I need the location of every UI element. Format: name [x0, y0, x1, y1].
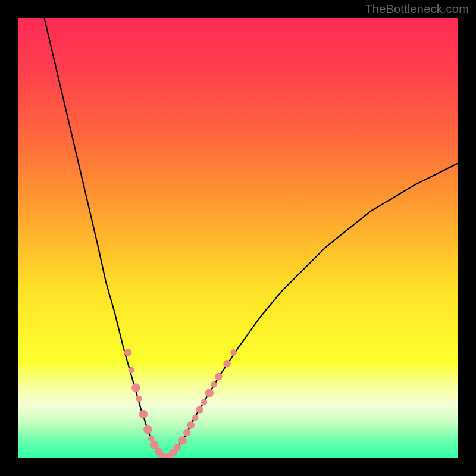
data-marker [143, 425, 152, 434]
data-marker [129, 367, 134, 373]
plot-area [18, 18, 458, 458]
curve-layer [18, 18, 458, 458]
data-marker [124, 349, 131, 356]
marker-group [124, 349, 237, 458]
data-marker [215, 373, 222, 380]
data-marker [205, 389, 214, 397]
data-marker [148, 436, 154, 441]
data-marker [231, 349, 237, 355]
data-marker [192, 415, 198, 421]
data-marker [178, 436, 187, 444]
data-marker [174, 444, 181, 451]
watermark-text: TheBottleneck.com [365, 2, 469, 16]
data-marker [150, 441, 158, 449]
data-marker [196, 406, 203, 414]
data-marker [201, 399, 207, 405]
data-marker [211, 381, 217, 387]
bottleneck-curve [44, 18, 458, 458]
data-marker [183, 429, 190, 436]
chart-frame: TheBottleneck.com [0, 0, 476, 476]
data-marker [136, 396, 142, 402]
data-marker [139, 410, 148, 418]
data-marker [224, 360, 231, 367]
data-marker [187, 422, 195, 429]
data-marker [131, 384, 140, 392]
